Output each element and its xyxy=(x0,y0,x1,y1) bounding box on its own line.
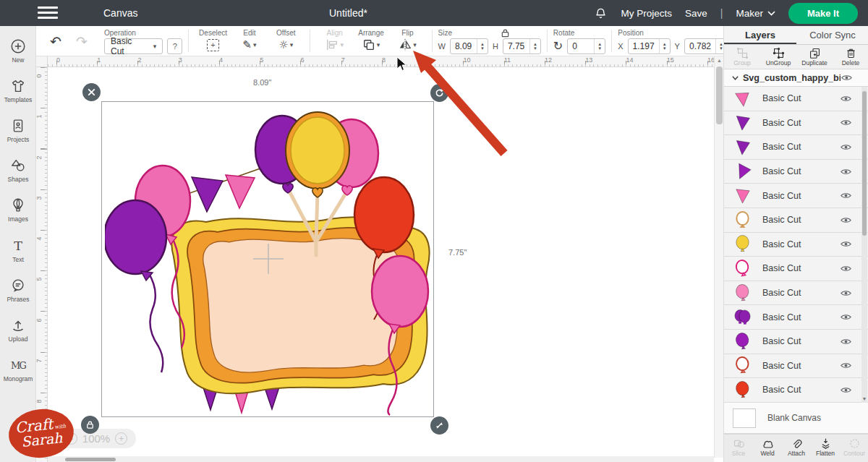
offset-button[interactable]: Offset ☼▾ xyxy=(268,26,304,56)
eye-icon[interactable] xyxy=(840,359,856,372)
slice-button[interactable]: Slice xyxy=(724,435,753,462)
upload-arrow-icon xyxy=(9,317,27,334)
eye-icon[interactable] xyxy=(840,262,856,275)
sidebar-item-phrases[interactable]: Phrases xyxy=(0,277,36,303)
delete-button[interactable]: Delete xyxy=(833,45,868,69)
eye-icon[interactable] xyxy=(840,238,856,250)
design-canvas[interactable]: 012345678910111213141516 012345678 xyxy=(36,56,723,462)
layer-row[interactable]: Basic Cut xyxy=(724,233,868,257)
scroll-down-icon[interactable]: ▼ xyxy=(861,396,867,401)
rotate-icon[interactable]: ↻ xyxy=(553,39,563,53)
y-position-input[interactable]: 0.782 ▲▼ xyxy=(684,38,727,54)
chevron-down-icon xyxy=(731,74,739,82)
scrollbar-thumb[interactable] xyxy=(716,67,723,124)
eye-icon[interactable] xyxy=(840,335,856,348)
deselect-handle[interactable] xyxy=(82,83,101,101)
x-stepper[interactable]: ▲▼ xyxy=(659,39,670,54)
notifications-bell-icon[interactable] xyxy=(594,7,608,20)
save-link[interactable]: Save xyxy=(685,8,707,19)
sidebar-item-upload[interactable]: Upload xyxy=(0,317,36,343)
x-position-input[interactable]: 1.197 ▲▼ xyxy=(628,38,671,54)
arrange-button[interactable]: Arrange ▾ xyxy=(353,26,389,56)
position-label: Position xyxy=(618,29,727,37)
rotate-handle[interactable] xyxy=(430,84,448,102)
weld-button[interactable]: Weld xyxy=(753,435,782,462)
operation-dropdown[interactable]: Basic Cut ▾ xyxy=(104,38,163,54)
rotate-stepper[interactable]: ▲▼ xyxy=(594,39,605,54)
selection-bounding-box[interactable] xyxy=(101,101,434,417)
tab-color-sync[interactable]: Color Sync xyxy=(796,26,868,44)
make-it-button[interactable]: Make It xyxy=(788,3,858,24)
eye-icon[interactable] xyxy=(840,311,856,323)
hamburger-menu-icon[interactable] xyxy=(38,7,59,20)
layer-row[interactable]: Basic Cut xyxy=(724,281,868,306)
horizontal-ruler: 012345678910111213141516 xyxy=(48,56,723,67)
eye-icon[interactable] xyxy=(840,287,856,299)
eye-icon[interactable] xyxy=(840,93,856,105)
resize-handle[interactable] xyxy=(430,416,448,435)
eye-icon[interactable] xyxy=(840,166,856,178)
sidebar-item-templates[interactable]: Templates xyxy=(0,77,36,103)
edit-toolbar: ↶ ↷ Operation Basic Cut ▾ ? Deselect + E… xyxy=(36,26,727,56)
scrollbar-thumb[interactable] xyxy=(65,458,116,461)
group-button[interactable]: Group xyxy=(724,45,760,69)
layer-row[interactable]: Basic Cut xyxy=(724,208,868,233)
sidebar-item-shapes[interactable]: Shapes xyxy=(0,157,36,183)
tab-layers[interactable]: Layers xyxy=(724,26,796,44)
sidebar-item-text[interactable]: T Text xyxy=(0,237,36,263)
eye-icon[interactable] xyxy=(840,214,856,226)
layers-scrollbar[interactable]: ▼ xyxy=(861,87,867,403)
scrollbar-thumb[interactable] xyxy=(862,91,867,236)
duplicate-button[interactable]: Duplicate xyxy=(796,45,833,69)
layer-row[interactable]: Basic Cut xyxy=(724,305,868,330)
layer-row[interactable]: Basic Cut xyxy=(724,378,868,403)
zoom-in-button[interactable]: + xyxy=(115,432,127,445)
speech-bubble-icon xyxy=(9,277,27,294)
align-button[interactable]: Align ▾ xyxy=(316,26,352,56)
canvas-vertical-scrollbar[interactable]: ▲ xyxy=(714,56,723,458)
undo-icon[interactable]: ↶ xyxy=(45,33,67,49)
sidebar-item-projects[interactable]: Projects xyxy=(0,117,36,143)
machine-selector[interactable]: Maker xyxy=(736,8,775,19)
project-title[interactable]: Untitled* xyxy=(329,7,367,19)
redo-icon[interactable]: ↷ xyxy=(71,33,93,49)
layer-row[interactable]: Basic Cut xyxy=(724,160,868,184)
layer-row[interactable]: Basic Cut xyxy=(724,354,868,379)
eye-icon[interactable] xyxy=(840,189,856,202)
height-stepper[interactable]: ▲▼ xyxy=(529,39,540,54)
help-button[interactable]: ? xyxy=(167,38,182,54)
eye-icon[interactable] xyxy=(840,384,856,396)
edit-button[interactable]: Edit ✎▾ xyxy=(231,26,268,56)
canvas-horizontal-scrollbar[interactable] xyxy=(48,456,714,462)
deselect-button[interactable]: Deselect + xyxy=(195,26,231,56)
canvas-color-swatch[interactable] xyxy=(733,408,756,428)
lock-handle[interactable] xyxy=(81,416,99,434)
blank-canvas-row[interactable]: Blank Canvas xyxy=(724,403,868,434)
eye-icon[interactable] xyxy=(841,72,856,84)
ungroup-button[interactable]: UnGroup xyxy=(760,45,796,69)
scroll-up-icon[interactable]: ▲ xyxy=(715,58,723,63)
my-projects-link[interactable]: My Projects xyxy=(621,8,672,19)
layer-operation-label: Basic Cut xyxy=(762,166,840,176)
sidebar-item-monogram[interactable]: MG Monogram xyxy=(0,356,36,382)
layer-row[interactable]: Basic Cut xyxy=(724,135,868,160)
rotate-input[interactable]: 0 ▲▼ xyxy=(567,38,605,54)
layer-row[interactable]: Basic Cut xyxy=(724,257,868,281)
layer-row[interactable]: Basic Cut xyxy=(724,184,868,208)
eye-icon[interactable] xyxy=(840,141,856,153)
aspect-lock-icon[interactable] xyxy=(501,27,510,40)
flip-button[interactable]: Flip ▾ xyxy=(389,26,425,56)
flatten-button[interactable]: Flatten xyxy=(811,435,840,462)
width-input[interactable]: 8.09 ▲▼ xyxy=(450,38,488,54)
sidebar-item-new[interactable]: New xyxy=(0,38,36,64)
layer-row[interactable]: Basic Cut xyxy=(724,330,868,354)
layer-row[interactable]: Basic Cut xyxy=(724,111,868,136)
attach-button[interactable]: Attach xyxy=(782,435,811,462)
layer-group-header[interactable]: Svg_custom_happy_birt... xyxy=(724,69,868,87)
width-stepper[interactable]: ▲▼ xyxy=(477,39,488,54)
width-value: 8.09 xyxy=(451,41,477,51)
sidebar-item-images[interactable]: Images xyxy=(0,197,36,223)
eye-icon[interactable] xyxy=(840,116,856,129)
layer-row[interactable]: Basic Cut xyxy=(724,87,868,111)
contour-button[interactable]: Contour xyxy=(840,435,868,462)
